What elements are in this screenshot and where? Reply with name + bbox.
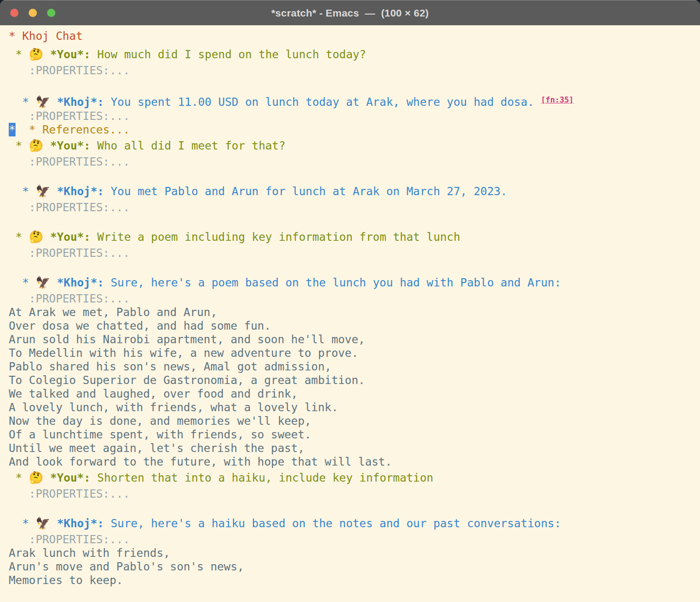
buffer-line-blank <box>9 77 698 91</box>
message-text: Write a poem including key information f… <box>90 231 460 243</box>
references-heading: * References... <box>29 123 130 136</box>
message-text: You spent 11.00 USD on lunch today at Ar… <box>104 96 541 108</box>
buffer-line-body: Pablo shared his son's news, Amal got ad… <box>9 360 698 373</box>
body-text: Until we meet again, let's cherish the p… <box>9 442 304 454</box>
space <box>44 48 50 61</box>
buffer-line-body: A lovely lunch, with friends, what a lov… <box>9 401 698 414</box>
heading-star: * <box>9 471 29 484</box>
space <box>50 276 57 289</box>
space <box>44 139 50 152</box>
space <box>50 185 57 198</box>
message-text: How much did I spend on the lunch today? <box>90 48 366 61</box>
message-text: Sure, here's a poem based on the lunch y… <box>104 276 561 289</box>
buffer-line-body: To Colegio Superior de Gastronomia, a gr… <box>9 373 698 387</box>
space <box>50 96 57 108</box>
buffer-line-you: * 🤔 *You*: Shorten that into a haiku, in… <box>9 468 698 487</box>
body-text: Arun sold his Nairobi apartment, and soo… <box>9 333 365 346</box>
you-speaker-label: *You*: <box>50 139 90 152</box>
close-button[interactable] <box>10 9 18 17</box>
footnote-link[interactable]: [fn:35] <box>541 95 573 104</box>
buffer-line-body: Arun sold his Nairobi apartment, and soo… <box>9 333 698 346</box>
buffer-line-props: :PROPERTIES:... <box>9 487 698 501</box>
buffer-line-khoj: * 🦅 *Khoj*: You spent 11.00 USD on lunch… <box>9 91 698 109</box>
heading-star: * <box>9 48 29 61</box>
text-cursor: * <box>9 123 16 136</box>
properties-drawer: :PROPERTIES:... <box>9 533 130 546</box>
message-text: Who all did I meet for that? <box>90 139 285 152</box>
eagle-emoji: 🦅 <box>35 95 50 109</box>
properties-drawer: :PROPERTIES:... <box>9 110 130 122</box>
body-text: Of a lunchtime spent, with friends, so s… <box>9 428 311 441</box>
buffer-line-props: :PROPERTIES:... <box>9 64 698 77</box>
you-speaker-label: *You*: <box>50 231 90 243</box>
you-speaker-label: *You*: <box>50 48 90 61</box>
khoj-speaker-label: *Khoj*: <box>57 276 104 289</box>
body-text: Over dosa we chatted, and had some fun. <box>9 319 271 332</box>
eagle-emoji: 🦅 <box>35 517 50 530</box>
properties-drawer: :PROPERTIES:... <box>9 487 130 500</box>
minimize-button[interactable] <box>29 9 37 17</box>
buffer-line-you: * 🤔 *You*: Write a poem including key in… <box>9 228 698 246</box>
editor-buffer[interactable]: * Khoj Chat * 🤔 *You*: How much did I sp… <box>0 25 700 602</box>
heading-star: * <box>9 517 35 530</box>
thinking-face-emoji: 🤔 <box>29 48 44 61</box>
buffer-line-body: Arak lunch with friends, <box>9 546 698 560</box>
buffer-line-body: Arun's move and Pablo's son's news, <box>9 560 698 573</box>
buffer-line-body: Of a lunchtime spent, with friends, so s… <box>9 428 698 441</box>
buffer-line-blank <box>9 501 698 514</box>
message-text: Sure, here's a haiku based on the notes … <box>104 517 561 530</box>
buffer-line-h1: * Khoj Chat <box>9 27 698 45</box>
space <box>44 231 50 243</box>
thinking-face-emoji: 🤔 <box>29 471 44 485</box>
buffer-line-blank <box>9 168 698 182</box>
thinking-face-emoji: 🤔 <box>29 230 44 244</box>
org-heading-level1: * Khoj Chat <box>9 30 83 42</box>
space <box>16 123 29 136</box>
emacs-window: *scratch* - Emacs — (100 × 62) * Khoj Ch… <box>0 0 700 602</box>
buffer-line-props: :PROPERTIES:... <box>9 155 698 168</box>
properties-drawer: :PROPERTIES:... <box>9 292 130 305</box>
khoj-speaker-label: *Khoj*: <box>57 517 104 530</box>
buffer-line-blank <box>9 260 698 273</box>
eagle-emoji: 🦅 <box>35 276 50 289</box>
properties-drawer: :PROPERTIES:... <box>9 64 130 77</box>
buffer-line-body: Now the day is done, and memories we'll … <box>9 414 698 428</box>
buffer-line-body: Memories to keep. <box>9 573 698 587</box>
buffer-line-props: :PROPERTIES:... <box>9 533 698 546</box>
buffer-line-body: Over dosa we chatted, and had some fun. <box>9 319 698 333</box>
buffer-line-blank <box>9 214 698 228</box>
body-text: We talked and laughed, over food and dri… <box>9 387 298 400</box>
properties-drawer: :PROPERTIES:... <box>9 247 130 259</box>
buffer-line-body: And look forward to the future, with hop… <box>9 455 698 468</box>
buffer-line-props: :PROPERTIES:... <box>9 246 698 260</box>
body-text: And look forward to the future, with hop… <box>9 455 392 468</box>
buffer-line-props: :PROPERTIES:... <box>9 201 698 214</box>
properties-drawer: :PROPERTIES:... <box>9 201 130 214</box>
thinking-face-emoji: 🤔 <box>29 139 44 152</box>
heading-star: * <box>9 96 35 108</box>
message-text: You met Pablo and Arun for lunch at Arak… <box>104 185 507 198</box>
body-text: Arun's move and Pablo's son's news, <box>9 560 244 573</box>
khoj-speaker-label: *Khoj*: <box>57 185 104 198</box>
titlebar[interactable]: *scratch* - Emacs — (100 × 62) <box>0 0 700 25</box>
you-speaker-label: *You*: <box>50 471 90 484</box>
buffer-line-body: We talked and laughed, over food and dri… <box>9 387 698 401</box>
buffer-line-body: Until we meet again, let's cherish the p… <box>9 441 698 455</box>
buffer-line-khoj: * 🦅 *Khoj*: You met Pablo and Arun for l… <box>9 182 698 201</box>
body-text: A lovely lunch, with friends, what a lov… <box>9 401 338 414</box>
buffer-line-you: * 🤔 *You*: Who all did I meet for that? <box>9 136 698 155</box>
body-text: To Colegio Superior de Gastronomia, a gr… <box>9 374 365 386</box>
body-text: Pablo shared his son's news, Amal got ad… <box>9 360 332 373</box>
body-text: Arak lunch with friends, <box>9 547 170 559</box>
buffer-line-khoj: * 🦅 *Khoj*: Sure, here's a poem based on… <box>9 273 698 292</box>
space <box>50 517 57 530</box>
eagle-emoji: 🦅 <box>35 184 50 198</box>
buffer-line-props: :PROPERTIES:... <box>9 109 698 123</box>
space <box>44 471 50 484</box>
window-title: *scratch* - Emacs — (100 × 62) <box>271 7 429 19</box>
body-text: To Medellin with his wife, a new adventu… <box>9 347 358 359</box>
zoom-button[interactable] <box>47 9 55 17</box>
body-text: At Arak we met, Pablo and Arun, <box>9 306 217 318</box>
heading-star: * <box>9 139 29 152</box>
khoj-speaker-label: *Khoj*: <box>57 96 104 108</box>
